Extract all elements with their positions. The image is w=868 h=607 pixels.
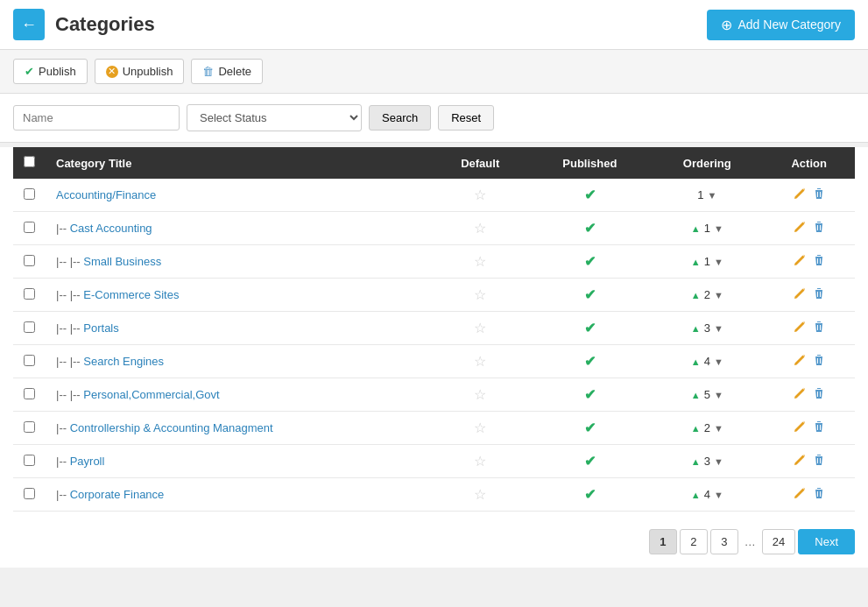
star-icon[interactable]: ☆ bbox=[474, 187, 486, 202]
category-link[interactable]: E-Commerce Sites bbox=[83, 288, 179, 301]
delete-row-icon[interactable] bbox=[812, 320, 826, 336]
order-up-arrow-icon[interactable]: ▲ bbox=[691, 423, 701, 434]
order-up-arrow-icon[interactable]: ▲ bbox=[691, 356, 701, 367]
edit-icon[interactable] bbox=[793, 386, 807, 403]
delete-row-icon[interactable] bbox=[812, 286, 826, 303]
star-icon[interactable]: ☆ bbox=[474, 354, 486, 369]
action-cell bbox=[763, 445, 855, 478]
order-down-arrow-icon[interactable]: ▼ bbox=[714, 323, 723, 334]
order-up-arrow-icon[interactable]: ▲ bbox=[691, 490, 701, 500]
order-down-arrow-icon[interactable]: ▼ bbox=[714, 223, 723, 234]
row-checkbox[interactable] bbox=[24, 455, 35, 466]
order-up-arrow-icon[interactable]: ▲ bbox=[691, 456, 701, 467]
category-link[interactable]: Portals bbox=[83, 321, 118, 335]
delete-row-icon[interactable] bbox=[812, 353, 826, 370]
reset-button[interactable]: Reset bbox=[438, 105, 494, 131]
unpublish-button[interactable]: ✕ Unpublish bbox=[95, 59, 185, 84]
order-down-arrow-icon[interactable]: ▼ bbox=[714, 456, 723, 467]
delete-row-icon[interactable] bbox=[812, 420, 826, 436]
order-up-arrow-icon[interactable]: ▲ bbox=[691, 223, 701, 234]
star-icon[interactable]: ☆ bbox=[474, 221, 486, 236]
publish-button[interactable]: ✔ Publish bbox=[13, 59, 88, 84]
row-checkbox[interactable] bbox=[24, 488, 35, 499]
order-down-arrow-icon[interactable]: ▼ bbox=[714, 423, 723, 434]
category-link[interactable]: Payroll bbox=[70, 455, 105, 468]
published-check-icon[interactable]: ✔ bbox=[584, 487, 596, 502]
category-link[interactable]: Personal,Commercial,Govt bbox=[83, 388, 219, 401]
published-check-icon[interactable]: ✔ bbox=[584, 321, 596, 335]
next-button[interactable]: Next bbox=[798, 529, 855, 554]
published-check-icon[interactable]: ✔ bbox=[584, 454, 596, 469]
published-check-icon[interactable]: ✔ bbox=[584, 287, 596, 302]
published-check-icon[interactable]: ✔ bbox=[584, 221, 596, 236]
page-2-button[interactable]: 2 bbox=[680, 529, 708, 554]
delete-row-icon[interactable] bbox=[812, 453, 826, 469]
search-button[interactable]: Search bbox=[369, 105, 431, 131]
delete-row-icon[interactable] bbox=[812, 253, 826, 270]
star-icon[interactable]: ☆ bbox=[474, 387, 486, 402]
category-title-cell: |-- Corporate Finance bbox=[46, 478, 432, 512]
star-icon[interactable]: ☆ bbox=[474, 487, 486, 502]
star-icon[interactable]: ☆ bbox=[474, 287, 486, 302]
edit-icon[interactable] bbox=[793, 420, 807, 436]
delete-row-icon[interactable] bbox=[812, 486, 826, 503]
status-filter-select[interactable]: Select Status Published Unpublished bbox=[187, 104, 362, 131]
add-new-category-button[interactable]: ⊕ Add New Category bbox=[707, 10, 855, 40]
edit-icon[interactable] bbox=[793, 220, 807, 236]
delete-row-icon[interactable] bbox=[812, 386, 826, 403]
row-checkbox[interactable] bbox=[24, 255, 35, 266]
page-24-button[interactable]: 24 bbox=[762, 529, 795, 554]
row-checkbox[interactable] bbox=[24, 321, 35, 333]
order-up-arrow-icon[interactable]: ▲ bbox=[691, 323, 701, 334]
order-up-arrow-icon[interactable]: ▲ bbox=[691, 290, 701, 300]
order-down-arrow-icon[interactable]: ▼ bbox=[714, 257, 723, 267]
category-link[interactable]: Accounting/Finance bbox=[56, 188, 156, 201]
row-checkbox[interactable] bbox=[24, 421, 35, 433]
published-check-icon[interactable]: ✔ bbox=[584, 420, 596, 435]
star-icon[interactable]: ☆ bbox=[474, 254, 486, 269]
edit-icon[interactable] bbox=[793, 453, 807, 469]
category-link[interactable]: Small Business bbox=[83, 255, 161, 268]
category-link[interactable]: Controllership & Accounting Managment bbox=[70, 421, 273, 434]
star-icon[interactable]: ☆ bbox=[474, 321, 486, 335]
row-checkbox[interactable] bbox=[24, 222, 35, 233]
order-down-arrow-icon[interactable]: ▼ bbox=[714, 490, 723, 500]
page-1-button[interactable]: 1 bbox=[649, 529, 677, 554]
order-down-arrow-icon[interactable]: ▼ bbox=[714, 356, 723, 367]
edit-icon[interactable] bbox=[793, 187, 807, 203]
name-filter-input[interactable] bbox=[13, 105, 180, 131]
page-3-button[interactable]: 3 bbox=[710, 529, 738, 554]
delete-row-icon[interactable] bbox=[812, 220, 826, 236]
published-check-icon[interactable]: ✔ bbox=[584, 387, 596, 402]
star-icon[interactable]: ☆ bbox=[474, 454, 486, 469]
row-checkbox[interactable] bbox=[24, 355, 35, 366]
edit-icon[interactable] bbox=[793, 286, 807, 303]
ordering-cell: ▲2▼ bbox=[651, 412, 763, 445]
edit-icon[interactable] bbox=[793, 486, 807, 503]
row-checkbox[interactable] bbox=[24, 388, 35, 399]
order-down-arrow-icon[interactable]: ▼ bbox=[707, 190, 716, 201]
published-check-icon[interactable]: ✔ bbox=[584, 354, 596, 369]
edit-icon[interactable] bbox=[793, 253, 807, 270]
row-checkbox[interactable] bbox=[24, 288, 35, 300]
star-icon[interactable]: ☆ bbox=[474, 420, 486, 435]
order-up-arrow-icon[interactable]: ▲ bbox=[691, 390, 701, 400]
edit-icon[interactable] bbox=[793, 353, 807, 370]
table-row: |-- Payroll☆✔▲3▼ bbox=[13, 445, 855, 478]
order-down-arrow-icon[interactable]: ▼ bbox=[714, 390, 723, 400]
category-link[interactable]: Corporate Finance bbox=[70, 488, 165, 501]
edit-icon[interactable] bbox=[793, 320, 807, 336]
published-check-icon[interactable]: ✔ bbox=[584, 254, 596, 269]
default-star-cell: ☆ bbox=[432, 345, 528, 378]
select-all-checkbox[interactable] bbox=[24, 156, 35, 167]
back-button[interactable]: ← bbox=[13, 9, 45, 40]
delete-row-icon[interactable] bbox=[812, 187, 826, 203]
order-down-arrow-icon[interactable]: ▼ bbox=[714, 290, 723, 300]
row-checkbox[interactable] bbox=[24, 188, 35, 200]
category-link[interactable]: Cast Accounting bbox=[70, 222, 152, 235]
category-link[interactable]: Search Engines bbox=[83, 355, 164, 368]
table-row: |-- |-- Small Business☆✔▲1▼ bbox=[13, 245, 855, 279]
delete-button[interactable]: 🗑 Delete bbox=[191, 59, 263, 84]
order-up-arrow-icon[interactable]: ▲ bbox=[691, 257, 701, 267]
published-check-icon[interactable]: ✔ bbox=[584, 187, 596, 202]
